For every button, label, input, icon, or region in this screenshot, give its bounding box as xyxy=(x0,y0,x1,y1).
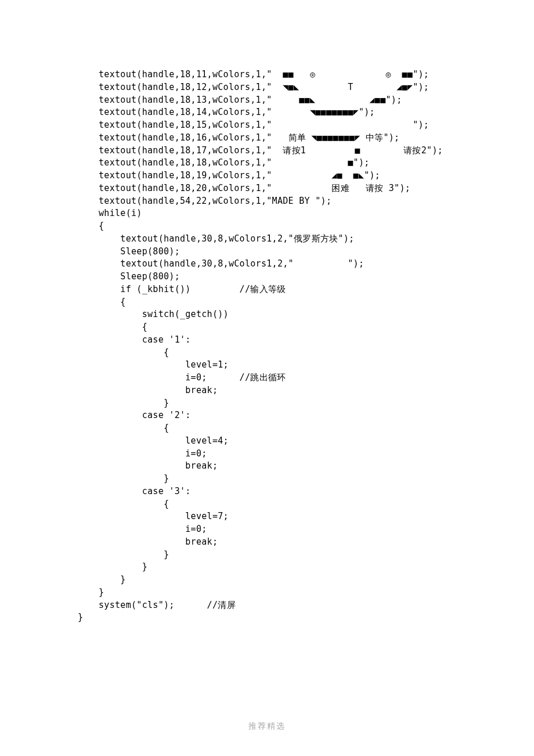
code-line: break; xyxy=(99,384,534,397)
code-block: textout(handle,18,11,wColors,1," ■■ ◎ ◎ … xyxy=(99,69,534,611)
code-line: i=0; xyxy=(99,448,534,460)
code-line: } xyxy=(99,586,534,599)
code-line: } xyxy=(99,561,534,574)
code-line: textout(handle,54,22,wColors,1,"MADE BY … xyxy=(99,195,534,208)
code-line: } xyxy=(99,397,534,410)
code-line: textout(handle,18,19,wColors,1," ◢■ ■◣")… xyxy=(99,170,534,182)
code-line: i=0; //跳出循环 xyxy=(99,372,534,384)
code-line: break; xyxy=(99,536,534,549)
closing-brace: } xyxy=(78,611,534,624)
page-footer: 推荐精选 xyxy=(0,720,534,732)
code-line: level=7; xyxy=(99,510,534,523)
code-line: textout(handle,18,12,wColors,1," ◥■◣ T ◢… xyxy=(99,81,534,94)
code-line: textout(handle,18,13,wColors,1," ■■◣ ◢■■… xyxy=(99,94,534,107)
code-line: if (_kbhit()) //输入等级 xyxy=(99,283,534,296)
code-line: Sleep(800); xyxy=(99,246,534,258)
code-line: case '2': xyxy=(99,409,534,422)
code-line: textout(handle,30,8,wColors1,2,"俄罗斯方块"); xyxy=(99,233,534,246)
code-line: Sleep(800); xyxy=(99,271,534,283)
document-page: textout(handle,18,11,wColors,1," ■■ ◎ ◎ … xyxy=(0,0,534,756)
code-line: textout(handle,30,8,wColors1,2," "); xyxy=(99,258,534,271)
code-line: textout(handle,18,14,wColors,1," ◥■■■■■■… xyxy=(99,106,534,119)
code-line: case '1': xyxy=(99,334,534,347)
code-line: } xyxy=(99,473,534,485)
code-line: { xyxy=(99,498,534,511)
code-line: level=1; xyxy=(99,359,534,372)
code-line: { xyxy=(99,296,534,309)
code-line: textout(handle,18,15,wColors,1," "); xyxy=(99,119,534,132)
code-line: i=0; xyxy=(99,523,534,536)
code-line: { xyxy=(99,220,534,233)
code-line: textout(handle,18,16,wColors,1," 简单 ◥■■■… xyxy=(99,132,534,145)
code-line: switch(_getch()) xyxy=(99,308,534,321)
code-line: textout(handle,18,18,wColors,1," ■"); xyxy=(99,157,534,170)
code-line: textout(handle,18,17,wColors,1," 请按1 ■ 请… xyxy=(99,145,534,157)
code-line: } xyxy=(99,549,534,561)
code-line: { xyxy=(99,347,534,359)
code-line: { xyxy=(99,422,534,435)
code-line: break; xyxy=(99,460,534,473)
code-line: level=4; xyxy=(99,435,534,448)
code-line: textout(handle,18,11,wColors,1," ■■ ◎ ◎ … xyxy=(99,69,534,81)
code-line: case '3': xyxy=(99,485,534,498)
code-line: system("cls"); //清屏 xyxy=(99,599,534,612)
code-line: } xyxy=(99,574,534,586)
code-line: { xyxy=(99,321,534,334)
code-line: textout(handle,18,20,wColors,1," 困难 请按 3… xyxy=(99,182,534,195)
code-line: while(i) xyxy=(99,207,534,220)
